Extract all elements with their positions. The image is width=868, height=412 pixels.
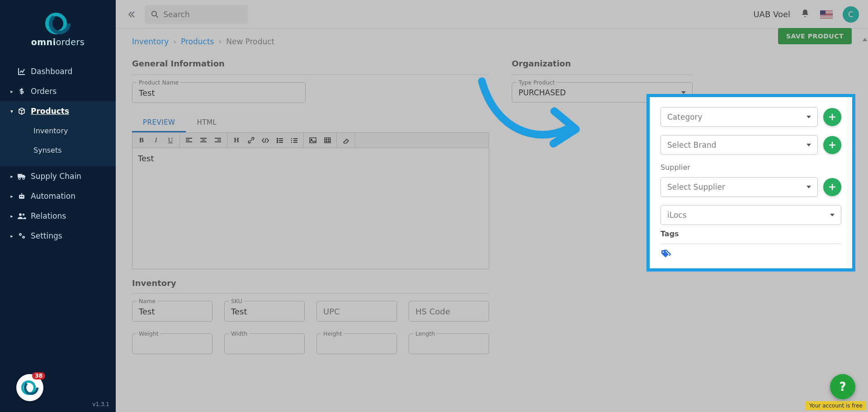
svg-rect-20 xyxy=(310,138,316,143)
svg-point-3 xyxy=(19,178,20,179)
product-name-field[interactable]: Product Name xyxy=(132,82,306,103)
underline-icon[interactable]: U xyxy=(163,133,178,148)
sidebar-item-supply-chain[interactable]: ▸ Supply Chain xyxy=(0,166,116,186)
search-box[interactable] xyxy=(145,5,248,24)
svg-point-23 xyxy=(663,252,664,253)
crumb-inventory[interactable]: Inventory xyxy=(132,37,169,46)
main-panel: UAB Voel C Inventory › Products › New Pr… xyxy=(116,0,868,412)
inventory-title: Inventory xyxy=(132,278,489,288)
sidebar-item-automation[interactable]: ▸ Automation xyxy=(0,186,116,206)
organization-highlight-panel: Category Select Brand Supplier Select Su… xyxy=(646,94,855,272)
inv-weight-field[interactable]: Weight xyxy=(132,333,212,354)
svg-point-19 xyxy=(277,142,278,143)
people-icon xyxy=(15,212,28,220)
general-info-title: General Information xyxy=(132,59,489,68)
collapse-sidebar-button[interactable] xyxy=(125,8,137,21)
svg-point-4 xyxy=(23,178,24,179)
chevron-down-icon xyxy=(807,144,811,146)
svg-point-6 xyxy=(20,196,22,197)
version-label: v1.3.1 xyxy=(92,401,109,407)
link-icon[interactable] xyxy=(244,133,258,148)
svg-point-12 xyxy=(20,234,21,235)
organization-title: Organization xyxy=(512,59,693,68)
bold-icon[interactable]: B xyxy=(134,133,149,148)
table-icon[interactable] xyxy=(320,133,335,148)
svg-rect-22 xyxy=(325,138,330,143)
chat-badge: 38 xyxy=(32,372,45,379)
top-bar: UAB Voel C xyxy=(116,0,868,29)
heading-icon[interactable]: H xyxy=(229,133,244,148)
tab-preview[interactable]: PREVIEW xyxy=(132,114,186,132)
scroll-up-indicator[interactable] xyxy=(863,38,867,42)
sidebar-item-relations[interactable]: ▸ Relations xyxy=(0,206,116,226)
tag-icon[interactable] xyxy=(660,252,671,260)
help-fab[interactable]: ? xyxy=(830,374,855,399)
svg-point-7 xyxy=(22,196,24,197)
category-select[interactable]: Category xyxy=(660,107,818,127)
list-ul-icon[interactable] xyxy=(287,133,302,148)
product-name-input[interactable] xyxy=(139,88,299,98)
search-input[interactable] xyxy=(163,10,241,19)
chevron-down-icon xyxy=(807,186,811,188)
sidebar-nav: ▸ Dashboard ▸ Orders ▾ Products Inventor… xyxy=(0,57,116,412)
inv-name-field[interactable]: Name xyxy=(132,301,212,322)
crumb-current: New Product xyxy=(226,37,274,46)
crumb-products[interactable]: Products xyxy=(181,37,214,46)
app-logo: omniorders xyxy=(0,0,116,57)
search-icon xyxy=(151,10,159,19)
bell-icon[interactable] xyxy=(800,9,810,20)
sidebar-item-dashboard[interactable]: ▸ Dashboard xyxy=(0,61,116,81)
sidebar-item-products[interactable]: ▾ Products xyxy=(0,101,116,121)
sidebar-subitem-inventory[interactable]: Inventory xyxy=(0,121,116,140)
sidebar-item-orders[interactable]: ▸ Orders xyxy=(0,81,116,101)
inv-width-field[interactable]: Width xyxy=(224,333,305,354)
align-left-icon[interactable] xyxy=(182,133,196,148)
add-category-button[interactable] xyxy=(823,108,841,126)
svg-rect-5 xyxy=(19,195,24,199)
supplier-select[interactable]: Select Supplier xyxy=(660,177,818,197)
sidebar-item-settings[interactable]: ▸ Settings xyxy=(0,226,116,246)
tab-html[interactable]: HTML xyxy=(186,114,227,132)
ilocs-select[interactable]: iLocs xyxy=(660,205,841,225)
free-banner: Your account is free xyxy=(806,401,866,410)
org-name: UAB Voel xyxy=(753,9,790,19)
align-right-icon[interactable] xyxy=(211,133,225,148)
save-product-button[interactable]: SAVE PRODUCT xyxy=(778,28,852,44)
cube-icon xyxy=(15,107,28,115)
truck-icon xyxy=(15,173,28,180)
tags-label: Tags xyxy=(660,229,841,238)
editor-toolbar: B I U H xyxy=(132,133,489,148)
add-supplier-button[interactable] xyxy=(823,178,841,196)
chat-widget[interactable]: 38 xyxy=(16,374,43,401)
image-icon[interactable] xyxy=(306,133,320,148)
inv-upc-field[interactable] xyxy=(316,301,397,322)
brand-select[interactable]: Select Brand xyxy=(660,135,818,155)
dollar-icon xyxy=(15,87,28,95)
description-tabs: PREVIEW HTML xyxy=(132,114,489,133)
eraser-icon[interactable] xyxy=(339,133,353,148)
svg-rect-2 xyxy=(18,174,22,178)
inv-hs-field[interactable] xyxy=(409,301,489,322)
flag-icon[interactable] xyxy=(820,10,833,19)
svg-point-13 xyxy=(23,237,24,238)
inv-length-field[interactable]: Length xyxy=(409,333,489,354)
code-icon[interactable] xyxy=(258,133,273,148)
svg-point-18 xyxy=(277,140,278,141)
inv-sku-field[interactable]: SKU xyxy=(224,301,305,322)
robot-icon xyxy=(15,192,28,200)
svg-point-17 xyxy=(277,138,278,139)
italic-icon[interactable]: I xyxy=(149,133,163,148)
supplier-label: Supplier xyxy=(660,163,841,172)
chevron-down-icon xyxy=(830,214,835,216)
chart-icon xyxy=(15,67,28,75)
list-ol-icon[interactable] xyxy=(273,133,287,148)
avatar[interactable]: C xyxy=(843,6,859,23)
add-brand-button[interactable] xyxy=(823,136,841,154)
align-center-icon[interactable] xyxy=(196,133,211,148)
svg-point-8 xyxy=(19,213,22,216)
description-editor[interactable]: Test xyxy=(132,148,489,269)
svg-point-9 xyxy=(23,214,25,216)
sidebar-subitem-synsets[interactable]: Synsets xyxy=(0,140,116,160)
gears-icon xyxy=(15,232,28,240)
inv-height-field[interactable]: Height xyxy=(316,333,397,354)
